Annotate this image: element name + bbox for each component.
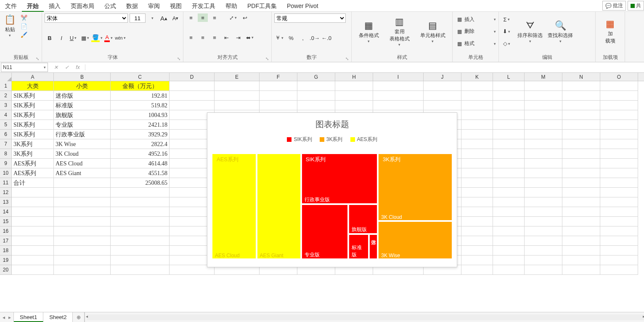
cell[interactable] bbox=[493, 149, 525, 159]
cell[interactable] bbox=[562, 197, 600, 207]
column-header[interactable]: D bbox=[170, 73, 215, 81]
cell[interactable]: 2421.18 bbox=[111, 120, 170, 130]
column-header[interactable]: G bbox=[297, 73, 335, 81]
row-header[interactable]: 13 bbox=[0, 197, 12, 207]
row-header[interactable]: 3 bbox=[0, 101, 12, 110]
find-select-button[interactable]: 🔍查找和选择▾ bbox=[546, 19, 575, 44]
cell[interactable] bbox=[461, 246, 493, 255]
cell[interactable] bbox=[461, 120, 493, 130]
cell[interactable] bbox=[493, 159, 525, 168]
cell[interactable] bbox=[525, 120, 562, 130]
cell[interactable] bbox=[493, 226, 525, 236]
font-color-button[interactable]: A bbox=[103, 34, 114, 42]
cell[interactable] bbox=[562, 255, 600, 265]
column-header[interactable]: H bbox=[335, 73, 373, 81]
sort-filter-button[interactable]: ᗊ排序和筛选▾ bbox=[516, 19, 544, 44]
cell[interactable] bbox=[600, 217, 638, 226]
cell[interactable] bbox=[562, 130, 600, 139]
cell[interactable] bbox=[600, 139, 638, 149]
cell[interactable] bbox=[493, 130, 525, 139]
cell[interactable] bbox=[424, 81, 461, 91]
cell[interactable] bbox=[600, 91, 638, 101]
cell[interactable] bbox=[54, 226, 111, 236]
cell[interactable] bbox=[600, 226, 638, 236]
cell[interactable]: 大类 bbox=[12, 81, 54, 91]
row-header[interactable]: 1 bbox=[0, 81, 12, 91]
cell[interactable] bbox=[54, 217, 111, 226]
cell[interactable] bbox=[493, 101, 525, 110]
cell[interactable] bbox=[461, 81, 493, 91]
sheet-tab-2[interactable]: Sheet2 bbox=[43, 312, 73, 322]
cell[interactable] bbox=[54, 265, 111, 275]
cell[interactable] bbox=[12, 217, 54, 226]
cell[interactable]: 迷你版 bbox=[54, 91, 111, 101]
cell[interactable] bbox=[525, 130, 562, 139]
cell[interactable] bbox=[215, 81, 260, 91]
cell[interactable] bbox=[562, 101, 600, 110]
cell[interactable] bbox=[461, 101, 493, 110]
cell[interactable] bbox=[600, 130, 638, 139]
cell[interactable] bbox=[525, 226, 562, 236]
cell[interactable]: AES系列 bbox=[12, 159, 54, 168]
row-header[interactable]: 18 bbox=[0, 246, 12, 255]
column-header[interactable]: F bbox=[260, 73, 297, 81]
cell[interactable] bbox=[461, 159, 493, 168]
formula-confirm-button[interactable]: ✓ bbox=[61, 64, 72, 70]
cell[interactable] bbox=[260, 91, 297, 101]
align-middle-button[interactable]: ≡ bbox=[198, 13, 208, 22]
italic-button[interactable]: I bbox=[56, 34, 66, 42]
cell[interactable] bbox=[493, 236, 525, 246]
cell[interactable] bbox=[461, 110, 493, 120]
cell[interactable]: 2822.4 bbox=[111, 139, 170, 149]
cell[interactable]: 192.81 bbox=[111, 91, 170, 101]
cell[interactable] bbox=[54, 197, 111, 207]
cell[interactable] bbox=[493, 188, 525, 197]
cell[interactable] bbox=[461, 207, 493, 217]
cell[interactable] bbox=[111, 197, 170, 207]
column-header[interactable]: A bbox=[12, 73, 54, 81]
cell[interactable]: 519.82 bbox=[111, 101, 170, 110]
cell[interactable] bbox=[111, 217, 170, 226]
align-right-button[interactable]: ≡ bbox=[209, 33, 220, 42]
cell[interactable] bbox=[562, 91, 600, 101]
cell[interactable]: 小类 bbox=[54, 81, 111, 91]
row-header[interactable]: 17 bbox=[0, 236, 12, 246]
cell[interactable] bbox=[525, 217, 562, 226]
cell[interactable] bbox=[600, 265, 638, 275]
cell[interactable] bbox=[525, 149, 562, 159]
cell[interactable]: SIK系列 bbox=[12, 120, 54, 130]
menu-tab-view[interactable]: 视图 bbox=[165, 0, 187, 12]
cell[interactable]: SIK系列 bbox=[12, 91, 54, 101]
cell[interactable] bbox=[373, 101, 424, 110]
menu-tab-review[interactable]: 审阅 bbox=[143, 0, 165, 12]
cell[interactable] bbox=[600, 159, 638, 168]
font-launcher[interactable]: ⤡ bbox=[177, 56, 180, 61]
cell[interactable]: 行政事业版 bbox=[54, 130, 111, 139]
cell[interactable] bbox=[12, 226, 54, 236]
insert-function-button[interactable]: fx bbox=[72, 64, 83, 70]
decrease-font-button[interactable]: A▾ bbox=[170, 14, 180, 22]
cell[interactable] bbox=[600, 188, 638, 197]
menu-tab-file[interactable]: 文件 bbox=[0, 0, 22, 12]
cell[interactable] bbox=[493, 207, 525, 217]
cell[interactable] bbox=[600, 255, 638, 265]
cell[interactable]: 3K系列 bbox=[12, 139, 54, 149]
cell[interactable] bbox=[260, 81, 297, 91]
row-header[interactable]: 12 bbox=[0, 188, 12, 197]
fill-button[interactable]: ⬇ bbox=[501, 27, 511, 36]
borders-button[interactable]: ▦ bbox=[80, 34, 90, 42]
cell[interactable] bbox=[461, 130, 493, 139]
cell[interactable] bbox=[600, 110, 638, 120]
cell[interactable]: 金额（万元） bbox=[111, 81, 170, 91]
share-button[interactable]: 共 bbox=[628, 1, 644, 11]
column-header[interactable]: M bbox=[525, 73, 562, 81]
cell[interactable] bbox=[525, 91, 562, 101]
cell[interactable] bbox=[493, 265, 525, 275]
orientation-button[interactable]: ⤢ bbox=[228, 13, 238, 22]
cell[interactable]: 25008.65 bbox=[111, 178, 170, 188]
cell[interactable] bbox=[461, 149, 493, 159]
row-header[interactable]: 19 bbox=[0, 255, 12, 265]
cell[interactable] bbox=[562, 226, 600, 236]
percent-button[interactable]: % bbox=[286, 34, 296, 42]
format-painter-button[interactable]: 🖌️ bbox=[19, 30, 29, 39]
